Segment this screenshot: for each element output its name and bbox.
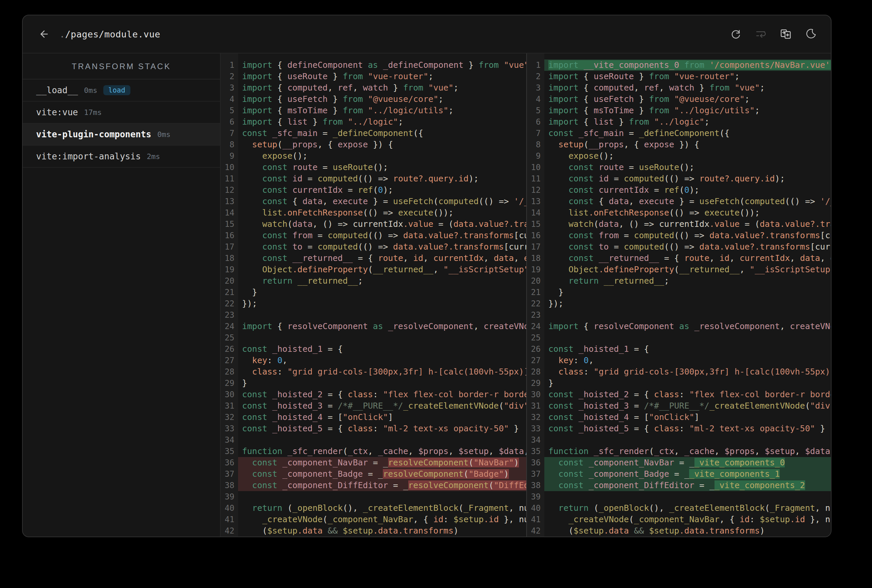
code-line: 14 list.onFetchResponse(() => execute())… [221, 207, 526, 219]
code-line: 23 [221, 309, 526, 321]
line-number: 37 [221, 468, 238, 480]
code-line: 16 const from = computed(() => data.valu… [527, 230, 831, 241]
line-wrap-icon [755, 28, 767, 40]
code-line-content [544, 309, 831, 321]
code-line: 1import __vite_components_0 from '/compo… [527, 60, 831, 71]
code-line: 35function _sfc_render(_ctx, _cache, $pr… [221, 446, 526, 457]
line-number: 19 [527, 264, 544, 275]
code-line-content: } [238, 286, 526, 298]
line-number: 17 [527, 241, 544, 253]
code-line-content: const _sfc_main = _defineComponent({ [544, 128, 831, 139]
code-line-content: return (_openBlock(), _createElementBloc… [544, 502, 831, 514]
code-line-content: import { list } from "../logic"; [238, 116, 526, 128]
code-line-content: class: "grid grid-cols-[300px,3fr] h-[ca… [238, 366, 526, 378]
code-line-content [238, 491, 526, 502]
diff-view-button[interactable] [779, 28, 792, 40]
code-line-content: const route = useRoute(); [238, 162, 526, 173]
code-line-content: function _sfc_render(_ctx, _cache, $prop… [544, 446, 831, 457]
code-line: 5import { msToTime } from "../logic/util… [527, 105, 831, 116]
header: ./pages/module.vue [23, 15, 831, 54]
sidebar-item-vite-vue[interactable]: vite:vue17ms [23, 102, 220, 124]
code-line-content: class: "grid grid-cols-[300px,3fr] h-[ca… [544, 366, 831, 378]
line-number: 17 [221, 241, 238, 253]
code-line-content: const from = computed(() => data.value?.… [544, 230, 831, 241]
code-line-content: const _hoisted_2 = { class: "flex flex-c… [544, 389, 831, 400]
line-number: 32 [527, 412, 544, 423]
code-line-content: return (_openBlock(), _createElementBloc… [238, 502, 526, 514]
code-panel-before[interactable]: 1import { defineComponent as _defineComp… [221, 54, 527, 537]
line-number: 11 [221, 173, 238, 184]
back-button[interactable] [37, 28, 50, 40]
code-line-content: ($setup.data && $setup.data.transforms) [544, 525, 831, 537]
code-line: 35function _sfc_render(_ctx, _cache, $pr… [527, 446, 831, 457]
line-number: 1 [221, 60, 238, 71]
line-number: 20 [221, 275, 238, 286]
code-line-content: const _hoisted_1 = { [544, 344, 831, 355]
code-line-content: Object.defineProperty(__returned__, "__i… [238, 264, 526, 275]
code-line-content: const currentIdx = ref(0); [238, 184, 526, 196]
sidebar-item-vite-import-analysis[interactable]: vite:import-analysis2ms [23, 146, 220, 168]
code-line-content: import { resolveComponent as _resolveCom… [544, 321, 831, 332]
code-line-content: const _sfc_main = _defineComponent({ [238, 128, 526, 139]
code-line-content: import { useFetch } from "@vueuse/core"; [544, 93, 831, 105]
screen: ./pages/module.vue [0, 0, 872, 588]
code-line: 38 const _component_DiffEditor = __vite_… [527, 480, 831, 491]
code-line-content: const route = useRoute(); [544, 162, 831, 173]
code-line-content: ($setup.data && $setup.data.transforms) [238, 525, 526, 537]
code-line: 10 const route = useRoute(); [527, 162, 831, 173]
line-wrap-button[interactable] [755, 28, 767, 40]
line-number: 26 [221, 344, 238, 355]
code-line: 39 [221, 491, 526, 502]
code-line-content: }); [544, 298, 831, 309]
code-line: 10 const route = useRoute(); [221, 162, 526, 173]
sidebar-item--load-[interactable]: __load__0msload [23, 80, 220, 102]
code-panel-after[interactable]: 1import __vite_components_0 from '/compo… [527, 54, 831, 537]
code-line: 20 return __returned__; [221, 275, 526, 286]
code-line-content: const id = computed(() => route?.query.i… [238, 173, 526, 184]
plugin-name: vite:import-analysis [36, 152, 141, 161]
code-line-content: import { msToTime } from "../logic/utils… [238, 105, 526, 116]
code-line: 22}); [527, 298, 831, 309]
code-line: 21 } [527, 286, 831, 298]
line-number: 24 [221, 321, 238, 332]
line-number: 20 [527, 275, 544, 286]
code-line-content: Object.defineProperty(__returned__, "__i… [544, 264, 831, 275]
line-number: 6 [527, 116, 544, 128]
code-line-content: const _hoisted_5 = { class: "ml-2 text-x… [544, 423, 831, 434]
line-number: 10 [527, 162, 544, 173]
code-line-content: return __returned__; [238, 275, 526, 286]
line-number: 31 [221, 400, 238, 412]
line-number: 36 [527, 457, 544, 468]
code-line: 9 expose(); [221, 150, 526, 162]
code-line: 29} [527, 378, 831, 389]
dark-mode-button[interactable] [805, 28, 817, 40]
line-number: 19 [221, 264, 238, 275]
line-number: 26 [527, 344, 544, 355]
line-number: 35 [527, 446, 544, 457]
line-number: 28 [527, 366, 544, 378]
refresh-button[interactable] [730, 28, 742, 40]
code-line: 27 key: 0, [221, 355, 526, 366]
code-line: 7const _sfc_main = _defineComponent({ [527, 128, 831, 139]
code-line-content: const __returned__ = { route, id, curren… [238, 253, 526, 264]
code-line: 36 const _component_NavBar = __vite_comp… [527, 457, 831, 468]
code-line: 41 _createVNode(_component_NavBar, { id:… [221, 514, 526, 525]
code-line-content: import { msToTime } from "../logic/utils… [544, 105, 831, 116]
code-line: 3import { computed, ref, watch } from "v… [221, 82, 526, 93]
line-number: 12 [221, 184, 238, 196]
code-line: 14 list.onFetchResponse(() => execute())… [527, 207, 831, 219]
toolbar [730, 28, 817, 40]
line-number: 14 [221, 207, 238, 219]
line-number: 18 [221, 253, 238, 264]
line-number: 33 [221, 423, 238, 434]
line-number: 37 [527, 468, 544, 480]
sidebar-item-vite-plugin-components[interactable]: vite-plugin-components0ms [23, 124, 220, 146]
code-line: 25 [527, 332, 831, 344]
code-line-content: const to = computed(() => data.value?.tr… [238, 241, 526, 253]
code-line-content: list.onFetchResponse(() => execute()); [544, 207, 831, 219]
line-number: 24 [527, 321, 544, 332]
plugin-name: vite-plugin-components [36, 129, 151, 140]
code-line-content [238, 434, 526, 446]
code-line-content: import __vite_components_0 from '/compon… [544, 60, 831, 71]
code-line-content: expose(); [544, 150, 831, 162]
